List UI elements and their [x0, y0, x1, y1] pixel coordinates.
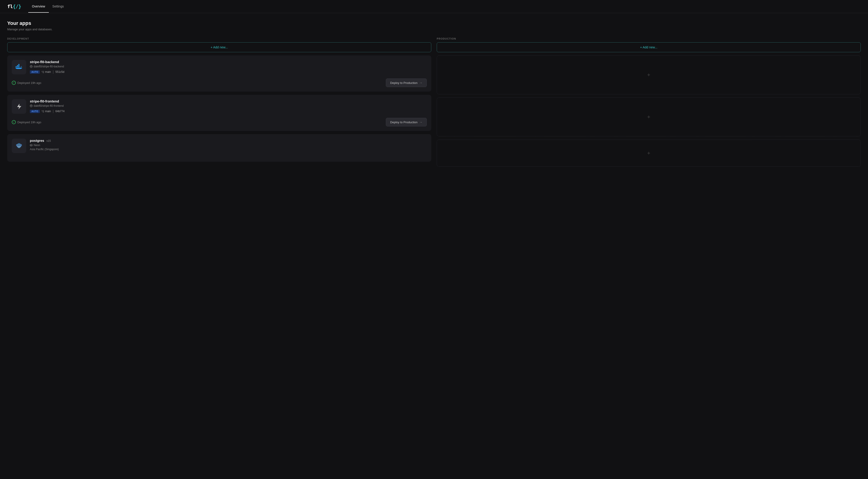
svg-rect-2: [18, 66, 20, 67]
github-icon: [30, 65, 33, 68]
postgres-card: postgres v15 Neon Asia Pacific (Singapor: [7, 134, 431, 162]
postgres-provider: Neon: [30, 144, 427, 147]
database-icon: [30, 144, 33, 147]
production-plus-icon-1: +: [647, 72, 650, 78]
frontend-app-repo: dalefl0/stripe-fl0-frontend: [30, 104, 427, 108]
production-slot-1[interactable]: +: [437, 55, 861, 94]
branch-icon-2: [41, 110, 44, 113]
backend-app-icon: [12, 60, 26, 74]
frontend-commit-tag: 64b774: [55, 110, 64, 113]
svg-rect-1: [17, 66, 18, 67]
backend-commit-tag: 551c5d: [55, 70, 64, 73]
tab-overview[interactable]: Overview: [28, 0, 49, 13]
header: fl{/} Overview Settings: [0, 0, 868, 13]
frontend-branch-tag: main: [41, 110, 51, 113]
production-slot-3[interactable]: +: [437, 140, 861, 167]
production-column: PRODUCTION + Add new... + + +: [437, 37, 861, 170]
svg-point-23: [21, 144, 22, 146]
backend-app-repo: dalefl0/stripe-fl0-backend: [30, 65, 427, 68]
postgres-icon: [12, 139, 26, 153]
svg-rect-4: [18, 65, 20, 66]
svg-point-6: [21, 66, 22, 67]
app-card-backend: stripe-fl0-backend dalefl0/stripe-fl0-ba…: [7, 55, 431, 92]
nav-tabs: Overview Settings: [28, 0, 67, 13]
svg-point-22: [16, 144, 18, 146]
svg-rect-3: [17, 65, 18, 66]
logo: fl{/}: [7, 0, 21, 13]
svg-point-19: [20, 145, 20, 145]
tab-settings[interactable]: Settings: [49, 0, 68, 13]
development-column: DEVELOPMENT + Add new...: [7, 37, 431, 170]
svg-point-10: [43, 71, 44, 72]
main-content: Your apps Manage your apps and databases…: [0, 13, 868, 177]
branch-icon: [41, 71, 44, 73]
deploy-arrow-icon: →: [419, 81, 423, 85]
svg-point-14: [43, 110, 44, 111]
app-columns: DEVELOPMENT + Add new...: [7, 37, 861, 170]
backend-deploy-button[interactable]: Deploy to Production →: [386, 79, 427, 87]
production-plus-icon-2: +: [647, 114, 650, 120]
status-check-icon-2: ✓: [12, 120, 16, 124]
production-add-new-button[interactable]: + Add new...: [437, 42, 861, 52]
svg-point-8: [42, 71, 42, 72]
postgres-version: v15: [46, 139, 51, 143]
svg-point-16: [18, 145, 19, 145]
svg-point-12: [42, 110, 42, 111]
production-plus-icon-3: +: [647, 150, 650, 156]
production-label: PRODUCTION: [437, 37, 861, 40]
app-card-frontend: stripe-fl0-frontend dalefl0/stripe-fl0-f…: [7, 95, 431, 131]
development-add-new-button[interactable]: + Add new...: [7, 42, 431, 52]
postgres-region: Asia Pacific (Singapore): [30, 148, 427, 151]
docker-icon: [15, 63, 23, 71]
backend-branch-tag: main: [41, 70, 51, 73]
backend-deploy-status: ✓ Deployed 19h ago: [12, 81, 41, 85]
page-subtitle: Manage your apps and databases.: [7, 28, 861, 31]
postgres-app-name: postgres v15: [30, 139, 427, 143]
deploy-arrow-icon-2: →: [419, 120, 423, 124]
svg-rect-0: [16, 66, 17, 67]
frontend-app-name: stripe-fl0-frontend: [30, 99, 427, 103]
svg-point-11: [30, 105, 33, 107]
bolt-icon: [16, 103, 23, 110]
github-icon-2: [30, 104, 33, 107]
logo-text: fl{/}: [7, 4, 21, 9]
svg-point-9: [43, 72, 44, 73]
frontend-deploy-status: ✓ Deployed 19h ago: [12, 120, 41, 124]
svg-point-17: [20, 145, 20, 145]
backend-app-name: stripe-fl0-backend: [30, 60, 427, 64]
frontend-auto-tag: AUTO: [30, 110, 40, 113]
svg-point-7: [30, 65, 33, 68]
svg-point-13: [43, 112, 44, 112]
frontend-app-icon: [12, 99, 26, 114]
frontend-deploy-button[interactable]: Deploy to Production →: [386, 118, 427, 126]
postgresql-icon: [15, 142, 23, 150]
status-check-icon: ✓: [12, 81, 16, 85]
svg-rect-24: [30, 144, 32, 146]
development-label: DEVELOPMENT: [7, 37, 431, 40]
production-slot-2[interactable]: +: [437, 97, 861, 137]
svg-rect-5: [18, 64, 20, 65]
backend-auto-tag: AUTO: [30, 70, 40, 74]
page-title: Your apps: [7, 20, 861, 26]
